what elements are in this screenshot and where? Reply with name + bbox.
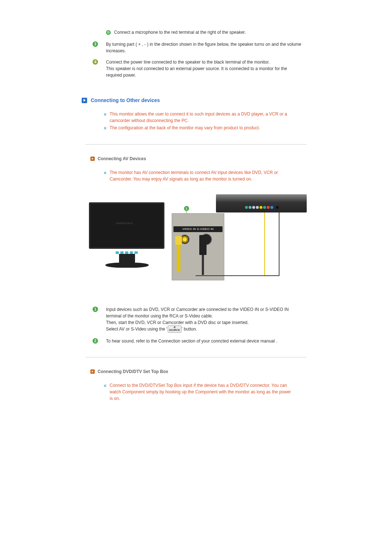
note-text: The monitor has AV connection terminals …: [110, 169, 292, 182]
list-item-1: 1 Input devices such as DVD, VCR or Camc…: [93, 306, 303, 333]
av-note: ✕ The monitor has AV connection terminal…: [103, 169, 292, 182]
subsection-dvd-header: Connecting DVD/DTV Set Top Box: [90, 368, 343, 375]
item-d-text: Connect a microphone to the red terminal…: [114, 30, 246, 35]
sub-arrow-icon: [90, 369, 95, 374]
note-item: ✕ The monitor has AV connection terminal…: [103, 169, 292, 182]
divider: [85, 357, 307, 357]
av-panel-label: VIDEO IN S-VIDEO IN: [173, 226, 222, 232]
section-notes: ✕ This monitor allows the user to connec…: [103, 111, 292, 131]
note-text: The configuration at the back of the mon…: [110, 125, 292, 131]
external-device: [216, 194, 307, 212]
item-1a: Input devices such as DVD, VCR or Camcor…: [106, 306, 303, 319]
av-connection-diagram: SAMSUNG 1 VIDEO IN S-VIDEO IN: [85, 193, 307, 284]
note-item: ✕ The configuration at the back of the m…: [103, 125, 292, 131]
source-button-icon: SOURCE: [168, 325, 181, 333]
callout-1-icon: 1: [184, 206, 189, 211]
item-1-text: Input devices such as DVD, VCR or Camcor…: [106, 306, 303, 333]
note-text: This monitor allows the user to connect …: [110, 111, 292, 124]
monitor-stand-neck: [119, 254, 135, 263]
sub-arrow-icon: [90, 157, 95, 161]
svideo-cable-line: [279, 212, 279, 276]
marker-3-icon: 3: [93, 41, 98, 47]
list-item-d: D Connect a microphone to the red termin…: [106, 29, 303, 36]
note-bullet-icon: ✕: [103, 382, 107, 402]
item-2-text: To hear sound, refer to the Connection s…: [106, 337, 303, 344]
note-item: ✕ Connect to the DVD/DTVSet Top Box inpu…: [103, 382, 292, 402]
section-title: Connecting to Other devices: [91, 97, 160, 104]
rca-plug: [175, 236, 182, 245]
svideo-plug: [199, 235, 207, 255]
device-ports: [245, 204, 279, 211]
monitor-buttons: [116, 251, 138, 254]
note-item: ✕ This monitor allows the user to connec…: [103, 111, 292, 124]
item-1c: Select AV or S-Video using the 'SOURCE' …: [106, 326, 303, 333]
rca-cable: [177, 245, 180, 272]
dvd-note: ✕ Connect to the DVD/DTVSet Top Box inpu…: [103, 382, 292, 402]
intro-numbered-list: 3 By turning part ( + , - ) in the direc…: [93, 41, 303, 78]
item-1c-post: ' button.: [182, 327, 197, 332]
monitor-screen: SAMSUNG: [89, 202, 164, 249]
monitor-stand-base: [105, 263, 149, 268]
note-bullet-icon: ✕: [103, 111, 107, 124]
list-item-2: 2 To hear sound, refer to the Connection…: [93, 337, 303, 344]
list-item-3: 3 By turning part ( + , - ) in the direc…: [93, 41, 303, 54]
marker-2-icon: 2: [93, 338, 98, 344]
subsection-title: Connecting DVD/DTV Set Top Box: [98, 368, 168, 375]
document-page: D Connect a microphone to the red termin…: [49, 0, 343, 482]
list-item-4: 4 Connect the power line connected to th…: [93, 58, 303, 78]
av-instruction-list: 1 Input devices such as DVD, VCR or Camc…: [93, 306, 303, 345]
subsection-av-header: Connecting AV Devices: [90, 155, 343, 162]
item-4-text: Connect the power line connected to the …: [106, 58, 303, 78]
svideo-cable: [202, 255, 204, 275]
monitor-illustration: SAMSUNG: [89, 202, 165, 266]
monitor-logo: SAMSUNG: [116, 221, 133, 226]
item-1c-pre: Select AV or S-Video using the ': [106, 327, 167, 332]
note-bullet-icon: ✕: [103, 169, 107, 182]
divider: [85, 144, 307, 145]
item-1b: Then, start the DVD, VCR or Camcorder wi…: [106, 319, 303, 326]
note-text: Connect to the DVD/DTVSet Top Box input …: [110, 382, 292, 402]
video-cable-line: [264, 212, 265, 276]
marker-1-icon: 1: [93, 307, 98, 312]
marker-d-icon: D: [106, 30, 111, 35]
subsection-title: Connecting AV Devices: [98, 155, 146, 162]
note-bullet-icon: ✕: [103, 125, 107, 131]
item-3-text: By turning part ( + , - ) in the directi…: [106, 41, 303, 54]
marker-4-icon: 4: [93, 59, 98, 65]
section-other-devices-header: Connecting to Other devices: [82, 97, 343, 104]
section-arrow-icon: [82, 98, 87, 103]
